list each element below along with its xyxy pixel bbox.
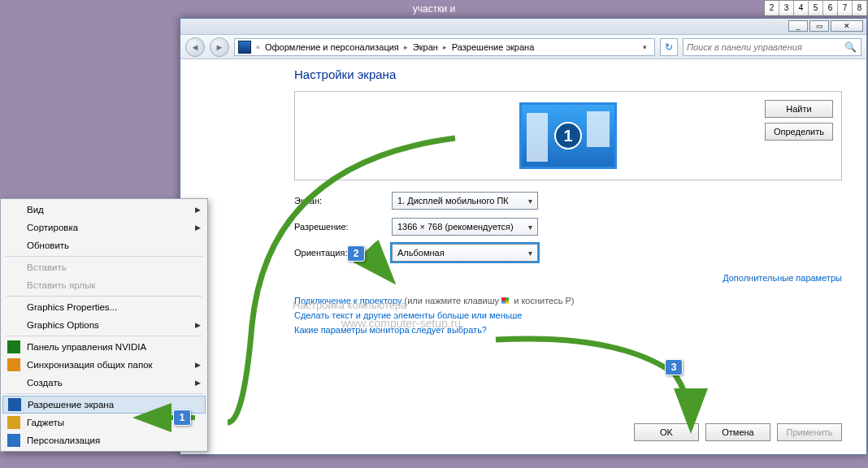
menu-item-label: Graphics Options <box>27 320 99 330</box>
context-menu-item[interactable]: Сортировка▶ <box>2 219 206 236</box>
chevron-right-icon: ▸ <box>404 43 408 51</box>
projector-hint-1: (или нажмите клавишу <box>405 296 502 306</box>
ruler-tick: 5 <box>809 1 823 15</box>
ruler-tick: 4 <box>794 1 809 15</box>
context-menu-item[interactable]: Синхронизация общих папок▶ <box>2 356 206 374</box>
submenu-arrow-icon: ▶ <box>195 379 201 387</box>
breadcrumb-item[interactable]: Оформление и персонализация <box>265 42 399 52</box>
breadcrumb-item[interactable]: Разрешение экрана <box>452 42 534 52</box>
breadcrumb-prefix: « <box>256 43 260 51</box>
back-button[interactable]: ◄ <box>185 37 205 57</box>
window-titlebar[interactable]: _ ▭ ✕ <box>180 19 866 35</box>
monitor-number-badge: 1 <box>554 122 582 150</box>
menu-item-label: Гаджеты <box>27 418 64 427</box>
control-panel-window: _ ▭ ✕ ◄ ► « Оформление и персонализация … <box>180 18 867 455</box>
context-menu-item[interactable]: Graphics Options▶ <box>2 316 206 334</box>
page-title: Настройки экрана <box>294 67 842 81</box>
menu-item-label: Вставить <box>27 262 67 272</box>
search-box[interactable]: 🔍 <box>683 38 861 56</box>
menu-item-label: Вид <box>27 205 44 214</box>
monitor-thumbnail[interactable]: 1 <box>519 102 617 169</box>
advanced-row: Дополнительные параметры <box>294 270 842 284</box>
projector-hint-2: и коснитесь P) <box>514 296 574 306</box>
apply-button: Применить <box>777 423 842 441</box>
context-menu-item: Вставить <box>2 258 206 276</box>
minimize-button[interactable]: _ <box>788 20 808 32</box>
menu-item-label: Обновить <box>27 240 69 250</box>
taskbar-title: участки и <box>0 0 868 18</box>
ruler-tick: 6 <box>823 1 838 15</box>
monitor-help-link[interactable]: Какие параметры монитора следует выбрать… <box>294 325 487 335</box>
orientation-label: Ориентация: <box>294 248 392 258</box>
resolution-dropdown[interactable]: 1366 × 768 (рекомендуется) <box>392 218 538 236</box>
menu-item-label: Персонализация <box>27 436 100 445</box>
refresh-button[interactable]: ↻ <box>660 38 678 56</box>
callout-1: 1 <box>173 410 191 426</box>
resolution-label: Разрешение: <box>294 222 392 232</box>
context-menu-item[interactable]: Обновить <box>2 236 206 254</box>
menu-item-label: Синхронизация общих папок <box>27 360 153 370</box>
address-bar-row: ◄ ► « Оформление и персонализация ▸ Экра… <box>180 35 866 59</box>
breadcrumb[interactable]: « Оформление и персонализация ▸ Экран ▸ … <box>234 38 655 56</box>
submenu-arrow-icon: ▶ <box>195 223 201 232</box>
content-area: Настройки экрана 1 Найти Определить Экра… <box>180 59 866 454</box>
cancel-button[interactable]: Отмена <box>705 423 770 441</box>
windows-key-icon <box>501 297 511 306</box>
menu-item-label: Разрешение экрана <box>28 400 114 410</box>
control-panel-icon <box>238 41 251 54</box>
detect-button[interactable]: Определить <box>765 123 833 141</box>
callout-3: 3 <box>665 359 683 375</box>
menu-item-icon <box>7 434 20 447</box>
find-button[interactable]: Найти <box>765 100 833 118</box>
advanced-settings-link[interactable]: Дополнительные параметры <box>723 273 842 283</box>
menu-item-label: Сортировка <box>27 223 78 232</box>
context-menu-item[interactable]: Graphics Properties... <box>2 298 206 316</box>
menu-item-icon <box>7 340 20 353</box>
ruler-tick: 3 <box>779 1 794 15</box>
forward-button[interactable]: ► <box>210 37 229 57</box>
submenu-arrow-icon: ▶ <box>195 321 201 329</box>
context-menu-item[interactable]: Вид▶ <box>2 201 206 219</box>
menu-item-icon <box>7 416 20 429</box>
callout-2: 2 <box>347 245 365 262</box>
ok-button[interactable]: OK <box>634 423 699 441</box>
menu-item-label: Graphics Properties... <box>27 302 117 312</box>
menu-item-label: Вставить ярлык <box>27 280 95 290</box>
search-icon[interactable]: 🔍 <box>844 41 857 53</box>
address-dropdown-icon[interactable]: ▾ <box>638 43 651 51</box>
context-menu-item: Вставить ярлык <box>2 276 206 294</box>
ruler-tick: 2 <box>765 1 779 15</box>
context-menu-item[interactable]: Персонализация <box>2 431 206 449</box>
context-menu-item[interactable]: Создать▶ <box>2 374 206 392</box>
submenu-arrow-icon: ▶ <box>195 361 201 369</box>
text-size-link[interactable]: Сделать текст и другие элементы больше и… <box>294 310 522 320</box>
submenu-arrow-icon: ▶ <box>195 206 201 214</box>
orientation-dropdown[interactable]: Альбомная <box>392 244 538 262</box>
menu-item-label: Создать <box>27 378 63 388</box>
ruler-tick: 8 <box>853 1 867 15</box>
display-arrangement-box[interactable]: 1 Найти Определить <box>294 91 842 180</box>
maximize-button[interactable]: ▭ <box>809 20 829 32</box>
search-input[interactable] <box>687 42 844 52</box>
ruler-tick: 7 <box>838 1 853 15</box>
ruler: 2345678 <box>764 0 868 16</box>
chevron-right-icon: ▸ <box>443 43 447 51</box>
screen-dropdown[interactable]: 1. Дисплей мобильного ПК <box>392 192 538 210</box>
menu-item-icon <box>7 358 20 371</box>
projector-link[interactable]: Подключение к проектору <box>294 296 401 306</box>
screen-label: Экран: <box>294 196 392 206</box>
context-menu-item[interactable]: Панель управления NVIDIA <box>2 338 206 356</box>
menu-item-icon <box>8 398 21 411</box>
menu-item-label: Панель управления NVIDIA <box>27 342 146 352</box>
breadcrumb-item[interactable]: Экран <box>413 42 438 52</box>
close-button[interactable]: ✕ <box>831 20 863 32</box>
